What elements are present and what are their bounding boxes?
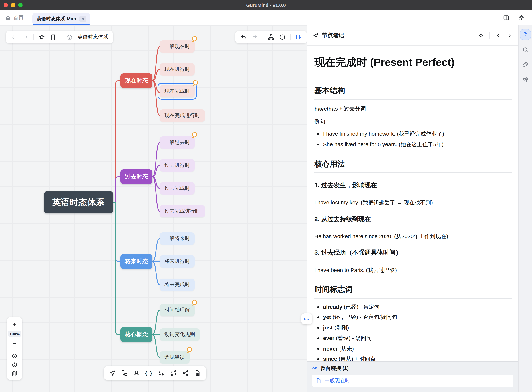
comment-bubble-icon[interactable] bbox=[192, 80, 199, 87]
tabbar-actions bbox=[503, 14, 527, 21]
braces-summary-icon[interactable]: { } bbox=[145, 370, 153, 376]
more-options-icon[interactable] bbox=[279, 34, 286, 40]
layout-structure-icon[interactable] bbox=[268, 34, 274, 40]
tab-close-icon[interactable]: × bbox=[80, 16, 86, 22]
selected-node-outline[interactable]: 现在完成时 bbox=[158, 83, 197, 100]
panel-divider[interactable] bbox=[307, 25, 307, 392]
share-icon[interactable] bbox=[182, 370, 189, 376]
mindmap-branch-node[interactable]: 核心概念 bbox=[120, 327, 152, 342]
tab-active-indicator bbox=[33, 24, 90, 25]
edge bbox=[152, 177, 160, 188]
relation-line-icon[interactable] bbox=[170, 370, 177, 376]
marquee-select-icon[interactable] bbox=[158, 370, 165, 376]
home-icon[interactable] bbox=[66, 34, 73, 40]
search-icon[interactable] bbox=[522, 47, 528, 53]
tab-label: 英语时态体系-Map bbox=[37, 16, 76, 22]
divider bbox=[490, 32, 490, 38]
link-node-button[interactable] bbox=[301, 313, 312, 324]
mindmap-branch-node[interactable]: 将来时态 bbox=[120, 254, 152, 269]
comment-bubble-icon[interactable] bbox=[191, 299, 198, 306]
edge bbox=[152, 335, 160, 357]
list-item: just (刚刚) bbox=[323, 324, 512, 332]
mindmap-node[interactable]: 将来完成时 bbox=[160, 279, 195, 291]
gear-icon[interactable] bbox=[518, 14, 525, 21]
mindmap-node[interactable]: 时间轴理解 bbox=[160, 304, 195, 316]
breadcrumb: 英语时态体系 bbox=[77, 34, 108, 40]
backlink-item[interactable]: 一般现在时 bbox=[312, 374, 513, 387]
marker-list: already (已经) - 肯定句 yet (还，已经) - 否定句/疑问句 … bbox=[314, 303, 512, 361]
code-view-icon[interactable] bbox=[478, 33, 484, 38]
node-label: 将来进行时 bbox=[165, 258, 190, 265]
chevron-right-icon[interactable] bbox=[507, 33, 512, 38]
node-label: 现在进行时 bbox=[165, 66, 190, 73]
right-icon-rail bbox=[518, 25, 532, 392]
help-icon[interactable] bbox=[12, 362, 18, 368]
back-icon[interactable] bbox=[11, 34, 18, 40]
mindmap-node[interactable]: 过去进行时 bbox=[160, 159, 195, 172]
backlinks-header[interactable]: 反向链接 (1) bbox=[312, 365, 513, 372]
mindmap-node[interactable]: 将来进行时 bbox=[160, 255, 195, 268]
tab-map-document[interactable]: 英语时态体系-Map × bbox=[32, 13, 90, 25]
document-icon[interactable] bbox=[194, 370, 201, 376]
align-nodes-icon[interactable] bbox=[133, 370, 140, 376]
comment-bubble-icon[interactable] bbox=[186, 346, 193, 354]
mindmap-node[interactable]: 动词变化规则 bbox=[160, 328, 200, 341]
node-label: 动词变化规则 bbox=[165, 331, 195, 338]
edge bbox=[152, 143, 160, 177]
node-label: 现在完成进行时 bbox=[165, 112, 200, 119]
mindmap-branch-node[interactable]: 现在时态 bbox=[120, 74, 152, 88]
mindmap-canvas[interactable]: 英语时态体系 现在时态 过去时态 将来时态 核心概念 一般现在时 现在进行时 现… bbox=[0, 25, 307, 392]
mindmap-node[interactable]: 现在进行时 bbox=[160, 63, 195, 76]
zoom-out-button[interactable]: − bbox=[13, 340, 17, 347]
minimap-icon[interactable] bbox=[12, 371, 18, 376]
mindmap-node[interactable]: 现在完成时 bbox=[160, 85, 195, 98]
bookmark-icon[interactable] bbox=[50, 34, 56, 40]
mindmap-node[interactable]: 一般将来时 bbox=[160, 232, 195, 245]
list-item: never (从未) bbox=[323, 345, 512, 353]
zoom-in-button[interactable]: + bbox=[13, 321, 17, 328]
comment-bubble-icon[interactable] bbox=[191, 36, 198, 42]
map-nav-toolbar: 英语时态体系 bbox=[6, 31, 113, 43]
home-nav[interactable]: 首页 bbox=[5, 14, 24, 21]
info-icon[interactable] bbox=[12, 353, 18, 359]
window-controls bbox=[4, 0, 23, 10]
mindmap-root-node[interactable]: 英语时态体系 bbox=[44, 191, 113, 213]
paintbrush-icon[interactable] bbox=[522, 61, 528, 68]
mindmap-node[interactable]: 过去完成进行时 bbox=[160, 205, 205, 217]
subsection-heading: 1. 过去发生，影响现在 bbox=[314, 182, 512, 193]
main-area: 英语时态体系 现在时态 过去时态 将来时态 核心概念 一般现在时 现在进行时 现… bbox=[0, 25, 532, 392]
mindmap-node[interactable]: 过去完成时 bbox=[160, 182, 195, 195]
zoom-level[interactable]: 100% bbox=[8, 331, 21, 337]
locate-node-icon[interactable] bbox=[313, 33, 319, 38]
undo-icon[interactable] bbox=[240, 34, 247, 40]
notes-tab-button[interactable] bbox=[520, 29, 531, 40]
star-icon[interactable] bbox=[38, 34, 45, 40]
node-label: 一般过去时 bbox=[165, 139, 190, 146]
maximize-window-button[interactable] bbox=[18, 3, 23, 7]
note-panel: 节点笔记 现在完成时 (Present Perfect) 基本结构 have/h… bbox=[307, 25, 518, 392]
mindmap-node[interactable]: 一般过去时 bbox=[160, 136, 195, 149]
map-edit-toolbar bbox=[235, 31, 307, 43]
home-label: 首页 bbox=[14, 14, 24, 21]
split-view-icon[interactable] bbox=[503, 14, 509, 21]
pointer-tool-icon[interactable] bbox=[109, 370, 116, 376]
mindmap-branch-node[interactable]: 过去时态 bbox=[120, 169, 152, 184]
comment-bubble-icon[interactable] bbox=[191, 132, 198, 139]
mindmap-node[interactable]: 一般现在时 bbox=[160, 40, 195, 53]
minimize-window-button[interactable] bbox=[11, 3, 15, 7]
forward-icon[interactable] bbox=[22, 34, 29, 40]
note-content[interactable]: 现在完成时 (Present Perfect) 基本结构 have/has + … bbox=[307, 46, 518, 361]
close-window-button[interactable] bbox=[4, 3, 8, 7]
mindmap-node[interactable]: 现在完成进行时 bbox=[160, 109, 205, 122]
node-label: 一般现在时 bbox=[165, 43, 190, 50]
edge bbox=[152, 261, 160, 285]
redo-icon[interactable] bbox=[251, 34, 258, 40]
mindmap-node[interactable]: 常见错误 bbox=[160, 351, 190, 364]
toggle-note-panel-icon[interactable] bbox=[296, 34, 302, 40]
chevron-left-icon[interactable] bbox=[495, 33, 501, 38]
section-heading: 核心用法 bbox=[314, 159, 512, 173]
add-node-icon[interactable] bbox=[121, 370, 128, 376]
edge bbox=[113, 202, 120, 335]
sliders-icon[interactable] bbox=[522, 76, 528, 83]
paragraph: I have lost my key. (我把钥匙丢了 → 现在找不到) bbox=[314, 199, 512, 206]
